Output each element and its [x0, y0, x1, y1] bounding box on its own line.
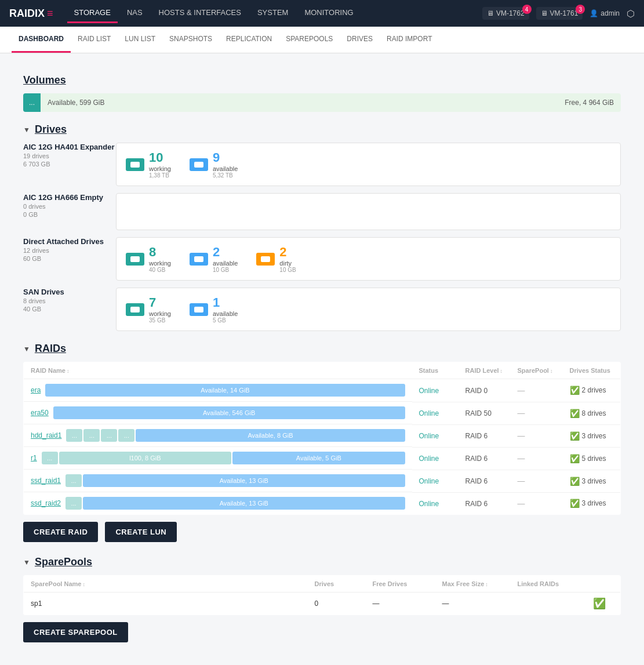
drive-stat-dirty-3: 2 dirty 10 GB — [256, 245, 296, 273]
sparepool-check-sp1[interactable]: ✅ — [593, 598, 606, 609]
drive-group-san-drives: 8 drives — [23, 297, 116, 304]
drive-icon-orange-3 — [256, 253, 275, 266]
raid-bar-dots-r1: ... — [42, 452, 58, 464]
raid-bar-dots-ssd2: ... — [66, 497, 82, 510]
drive-count-working-4: 7 — [149, 295, 171, 310]
raid-row-r1: r1 ... l100, 8 GiB Available, 5 GiB Onli… — [24, 447, 621, 470]
raid-drives-era50: ✅ 8 drives — [570, 409, 614, 418]
raid-link-r1[interactable]: r1 — [31, 454, 37, 462]
sparepools-chevron[interactable]: ▼ — [23, 558, 30, 566]
tab-dashboard[interactable]: DASHBOARD — [12, 27, 71, 53]
raid-link-era[interactable]: era — [31, 386, 41, 394]
vm2-badge[interactable]: 🖥 VM-1761 3 — [536, 7, 583, 20]
drive-group-san-name: SAN Drives — [23, 288, 116, 296]
raid-link-ssd-raid2[interactable]: ssd_raid2 — [31, 499, 61, 507]
col-sparepool-name[interactable]: SparePool Name↕ — [24, 576, 308, 593]
tab-sparepools[interactable]: SPAREPOOLS — [279, 27, 340, 53]
raid-link-ssd-raid1[interactable]: ssd_raid1 — [31, 477, 61, 485]
col-raid-name[interactable]: RAID Name↕ — [24, 362, 412, 379]
nav-storage[interactable]: STORAGE — [67, 3, 118, 23]
drive-group-direct-label: Direct Attached Drives 12 drives 60 GB — [23, 237, 116, 281]
raid-status-ssd-raid2: Online — [419, 500, 439, 508]
check-icon-hdd-raid1: ✅ — [570, 431, 580, 441]
raid-drives-hdd-raid1: ✅ 3 drives — [570, 431, 614, 441]
network-icon[interactable]: ⬡ — [627, 8, 635, 19]
vm2-label: VM-1761 — [550, 9, 578, 17]
drive-count-available-4: 1 — [213, 295, 238, 310]
tab-raid-import[interactable]: RAID IMPORT — [380, 27, 439, 53]
raid-status-ssd-raid1: Online — [419, 477, 439, 485]
nav-hosts-interfaces[interactable]: HOSTS & INTERFACES — [152, 3, 248, 23]
admin-badge[interactable]: 👤 admin — [590, 9, 620, 17]
drive-icon-teal-1 — [126, 158, 144, 171]
raid-bar-ssd-raid1: ... Available, 13 GiB — [66, 474, 405, 487]
nav-system[interactable]: SYSTEM — [250, 3, 295, 23]
drive-stat-working-1: 10 working 1,38 TB — [126, 150, 171, 179]
create-sparepool-button[interactable]: CREATE SPAREPOOL — [23, 622, 128, 642]
drive-group-aic401-name: AIC 12G HA401 Expander — [23, 143, 116, 151]
raid-link-era50[interactable]: era50 — [31, 409, 49, 417]
drive-group-direct-content: 8 working 40 GB 2 available 10 GB — [116, 237, 621, 281]
raid-sparepool-era50: — — [518, 409, 525, 417]
drive-group-aic401-label: AIC 12G HA401 Expander 19 drives 6 703 G… — [23, 143, 116, 186]
logo-text: RAIDIX — [9, 8, 45, 20]
check-icon-era50: ✅ — [570, 409, 580, 418]
tab-raid-list[interactable]: RAID LIST — [71, 27, 118, 53]
drives-chevron[interactable]: ▼ — [23, 126, 30, 134]
col-max-free-size[interactable]: Max Free Size↕ — [435, 576, 511, 593]
drives-section-header: ▼ Drives — [23, 123, 621, 136]
vm1-badge[interactable]: 🖥 VM-1762 4 — [482, 7, 529, 20]
check-icon-ssd-raid2: ✅ — [570, 499, 580, 508]
drive-group-direct: Direct Attached Drives 12 drives 60 GB 8… — [23, 237, 621, 281]
drive-stat-info-available-3: 2 available 10 GB — [213, 245, 238, 273]
raid-sparepool-ssd-raid1: — — [518, 477, 525, 485]
raid-level-ssd-raid2: RAID 6 — [465, 500, 488, 508]
drive-sublabel-dirty-3: 10 GB — [279, 267, 296, 273]
raid-bar-available-era50: Available, 546 GiB — [53, 406, 405, 419]
app-logo: RAIDIX ≡ — [9, 8, 53, 20]
drive-icon-blue-4 — [190, 303, 208, 316]
drive-sublabel-working-4: 35 GB — [149, 317, 171, 324]
raid-row-era: era Available, 14 GiB Online RAID 0 — ✅ … — [24, 379, 621, 402]
drive-stat-info-working-3: 8 working 40 GB — [149, 245, 171, 273]
drive-group-direct-drives: 12 drives — [23, 247, 116, 254]
raid-sparepool-era: — — [518, 386, 525, 395]
volumes-bar: ... Available, 599 GiB Free, 4 964 GiB — [23, 93, 621, 112]
col-drives-status: Drives Status — [563, 362, 621, 379]
col-raid-level[interactable]: RAID Level↕ — [459, 362, 511, 379]
tab-lun-list[interactable]: LUN LIST — [118, 27, 162, 53]
nav-items: STORAGE NAS HOSTS & INTERFACES SYSTEM MO… — [67, 3, 482, 23]
col-sparepool[interactable]: SparePool↕ — [511, 362, 563, 379]
monitor-icon: 🖥 — [487, 9, 494, 17]
drive-label-working-3: working — [149, 260, 171, 267]
drive-stat-working-3: 8 working 40 GB — [126, 245, 171, 273]
drive-stat-working-4: 7 working 35 GB — [126, 295, 171, 324]
drives-count-r1: 5 drives — [582, 455, 606, 463]
raid-sparepool-hdd-raid1: — — [518, 431, 525, 440]
admin-label: admin — [601, 9, 620, 17]
tab-replication[interactable]: REPLICATION — [219, 27, 279, 53]
raid-bar-used-r1: l100, 8 GiB — [59, 452, 231, 464]
drives-count-era50: 8 drives — [582, 409, 606, 417]
server-icon: 🖥 — [541, 9, 548, 17]
nav-monitoring[interactable]: MONITORING — [297, 3, 360, 23]
sparepools-title: SparePools — [35, 556, 92, 568]
raid-link-hdd-raid1[interactable]: hdd_raid1 — [31, 431, 61, 439]
drive-icon-blue-3 — [190, 253, 208, 266]
col-drives: Drives — [308, 576, 366, 593]
volumes-used: ... — [23, 93, 41, 112]
raids-chevron[interactable]: ▼ — [23, 345, 30, 353]
col-linked-raids: Linked RAIDs — [511, 576, 586, 593]
drive-sublabel-working-1: 1,38 TB — [149, 172, 171, 179]
drive-stat-info-dirty-3: 2 dirty 10 GB — [279, 245, 296, 273]
create-lun-button[interactable]: CREATE LUN — [105, 522, 177, 542]
sparepool-free-drives-sp1: — — [366, 593, 435, 615]
tab-snapshots[interactable]: SNAPSHOTS — [162, 27, 219, 53]
raid-drives-ssd-raid2: ✅ 3 drives — [570, 499, 614, 508]
drive-stat-info-available-4: 1 available 5 GB — [213, 295, 238, 324]
svg-rect-11 — [132, 309, 134, 310]
create-raid-button[interactable]: CREATE RAID — [23, 522, 98, 542]
nav-nas[interactable]: NAS — [120, 3, 150, 23]
tab-drives[interactable]: DRIVES — [340, 27, 380, 53]
raid-row-ssd-raid1: ssd_raid1 ... Available, 13 GiB Online R… — [24, 470, 621, 492]
